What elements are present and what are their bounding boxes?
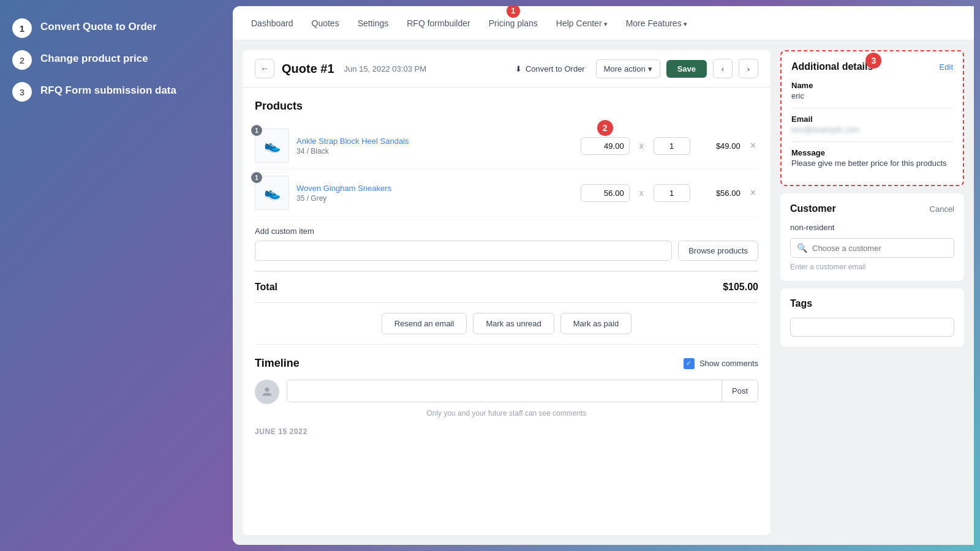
product-qty-input-2[interactable]	[654, 184, 690, 202]
total-label: Total	[255, 282, 277, 293]
additional-details-title: Additional details	[791, 61, 873, 72]
product-name-2[interactable]: Woven Gingham Sneakers	[296, 184, 573, 193]
resend-email-button[interactable]: Resend an email	[382, 313, 467, 334]
custom-item-input[interactable]	[255, 241, 672, 261]
product-price-input-1[interactable]	[581, 137, 630, 155]
timeline-header: Timeline ✓ Show comments	[255, 357, 758, 370]
tags-header: Tags	[790, 298, 954, 309]
customer-email-hint: Enter a customer email	[790, 263, 954, 271]
timeline-section: Timeline ✓ Show comments Post	[255, 345, 758, 448]
tags-title: Tags	[790, 298, 812, 309]
add-custom-row: Browse products	[255, 241, 758, 261]
message-field: Message Please give me better price for …	[791, 148, 953, 168]
name-value: eric	[791, 91, 953, 100]
tags-input[interactable]	[790, 318, 954, 337]
nav-pricing-wrap: 1 Pricing plans	[489, 18, 538, 29]
product-total-2: $56.00	[698, 189, 741, 198]
show-comments-checkbox[interactable]: ✓	[684, 358, 695, 369]
comment-input[interactable]	[287, 380, 722, 402]
sidebar-item-3[interactable]: 3 RFQ Form submission data	[12, 82, 221, 102]
product-total-1: $49.00	[698, 141, 741, 151]
product-image-wrap-2: 👟 1	[255, 176, 289, 210]
customer-search-input[interactable]	[812, 244, 948, 253]
product-qty-badge-1: 1	[251, 125, 262, 136]
product-info-2: Woven Gingham Sneakers 35 / Grey	[296, 184, 573, 203]
nav-more-features[interactable]: More Features	[626, 18, 687, 28]
customer-card: Customer Cancel non-resident 🔍 Enter a c…	[780, 193, 964, 281]
post-button[interactable]: Post	[722, 380, 758, 402]
mark-paid-button[interactable]: Mark as paid	[560, 313, 631, 334]
product-qty-badge-2: 1	[251, 172, 262, 183]
sidebar-label-3: RFQ Form submission data	[40, 82, 176, 97]
main-wrapper: Dashboard Quotes Settings RFQ formbuilde…	[233, 6, 974, 545]
customer-search-wrap[interactable]: 🔍	[790, 238, 954, 258]
sidebar-label-1: Convert Quote to Order	[40, 18, 157, 33]
nav-settings[interactable]: Settings	[358, 18, 389, 28]
total-row: Total $105.00	[255, 271, 758, 303]
sidebar-item-1[interactable]: 1 Convert Quote to Order	[12, 18, 221, 38]
step-badge-2: 2	[597, 120, 613, 136]
add-custom-label: Add custom item	[255, 227, 758, 236]
sidebar-badge-3: 3	[12, 82, 32, 102]
save-button[interactable]: Save	[666, 60, 707, 78]
show-comments-row: ✓ Show comments	[684, 358, 758, 369]
product-image-wrap-1: 👟 1	[255, 129, 289, 163]
comment-row: Post	[255, 380, 758, 404]
sidebar: 1 Convert Quote to Order 2 Change produc…	[0, 0, 233, 551]
customer-title: Customer	[790, 203, 836, 214]
nav-quotes[interactable]: Quotes	[312, 18, 339, 28]
right-panel: Additional details 3 Edit Name eric Emai…	[780, 50, 964, 535]
sidebar-badge-1: 1	[12, 18, 32, 38]
more-action-chevron: ▾	[648, 64, 652, 73]
remove-product-1[interactable]: ×	[748, 138, 758, 154]
main-scroll: Products 👟 1 Ankle Strap Block Heel Sand…	[243, 88, 771, 535]
additional-details-header: Additional details 3 Edit	[791, 61, 953, 72]
product-info-1: Ankle Strap Block Heel Sandals 34 / Blac…	[296, 137, 573, 156]
times-sign-1: x	[637, 141, 646, 151]
cancel-link[interactable]: Cancel	[930, 204, 954, 214]
comment-hint: Only you and your future staff can see c…	[255, 409, 758, 418]
divider-1	[791, 108, 953, 108]
product-row-1: 👟 1 Ankle Strap Block Heel Sandals 34 / …	[255, 122, 758, 170]
svg-point-0	[265, 388, 269, 392]
additional-details-card: Additional details 3 Edit Name eric Emai…	[780, 50, 964, 186]
nav-pricing-plans[interactable]: Pricing plans	[489, 18, 538, 28]
message-value: Please give me better price for this pro…	[791, 159, 953, 168]
action-buttons: Resend an email Mark as unread Mark as p…	[255, 303, 758, 345]
product-variant-1: 34 / Black	[296, 147, 573, 156]
show-comments-label: Show comments	[699, 359, 758, 368]
next-button[interactable]: ›	[739, 59, 758, 78]
badge-3-wrap: Additional details 3	[791, 61, 873, 72]
content-area: ← Quote #1 Jun 15, 2022 03:03 PM ⬇ Conve…	[233, 40, 974, 545]
prev-button[interactable]: ‹	[713, 59, 733, 78]
message-label: Message	[791, 148, 953, 157]
timeline-date-label: JUNE 15 2022	[255, 427, 758, 436]
divider-2	[791, 141, 953, 142]
mark-unread-button[interactable]: Mark as unread	[473, 313, 554, 334]
quote-header: ← Quote #1 Jun 15, 2022 03:03 PM ⬇ Conve…	[243, 50, 771, 88]
nav-dashboard[interactable]: Dashboard	[251, 18, 293, 28]
edit-link[interactable]: Edit	[940, 62, 953, 72]
quote-date: Jun 15, 2022 03:03 PM	[344, 64, 426, 73]
convert-label: Convert to Order	[526, 64, 585, 73]
name-field: Name eric	[791, 81, 953, 100]
convert-to-order-button[interactable]: ⬇ Convert to Order	[510, 61, 590, 77]
name-label: Name	[791, 81, 953, 90]
timeline-title: Timeline	[255, 357, 300, 370]
email-field: Email eric@example.com	[791, 114, 953, 134]
product-qty-input-1[interactable]	[654, 137, 690, 155]
more-action-button[interactable]: More action ▾	[596, 59, 660, 78]
remove-product-2[interactable]: ×	[748, 185, 758, 201]
products-title: Products	[255, 100, 758, 113]
browse-products-button[interactable]: Browse products	[678, 241, 758, 261]
product-name-1[interactable]: Ankle Strap Block Heel Sandals	[296, 137, 573, 146]
customer-current-value: non-resident	[790, 223, 954, 232]
nav-help-center[interactable]: Help Center	[556, 18, 608, 28]
price-badge-container: 2	[581, 137, 630, 155]
product-row-2: 👟 1 Woven Gingham Sneakers 35 / Grey x $…	[255, 170, 758, 217]
sidebar-item-2[interactable]: 2 Change product price	[12, 50, 221, 70]
back-button[interactable]: ←	[255, 59, 274, 78]
nav-rfq-formbuilder[interactable]: RFQ formbuilder	[407, 18, 470, 28]
product-variant-2: 35 / Grey	[296, 194, 573, 203]
product-price-input-2[interactable]	[581, 184, 630, 202]
